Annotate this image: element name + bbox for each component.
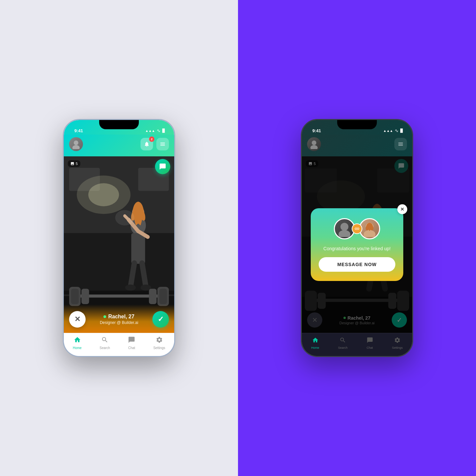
nav-home-left[interactable]: Home: [73, 336, 82, 350]
user-avatar-left[interactable]: [69, 137, 83, 151]
settings-btn-right[interactable]: [394, 138, 407, 150]
svg-point-52: [364, 230, 376, 237]
message-now-btn[interactable]: MESSAGE NOW: [319, 257, 395, 272]
search-icon-right: [339, 337, 346, 345]
time-right: 9:41: [312, 124, 321, 133]
profile-info-left: Rachel, 27 Designer @ Builder.ai: [86, 314, 152, 325]
signal-icon-left: ▲▲▲: [145, 129, 155, 133]
nav-home-right[interactable]: Home: [311, 337, 319, 349]
chat-icon-right: [367, 337, 373, 345]
nav-settings-right[interactable]: Settings: [392, 337, 403, 349]
bottom-nav-right: Home Search Chat: [302, 333, 412, 356]
photo-count-left: 5: [76, 162, 78, 166]
svg-rect-25: [81, 289, 89, 304]
congrats-text: Congratulations you're linked up!: [319, 246, 395, 251]
status-icons-left: ▲▲▲ ∿ ▉: [145, 123, 165, 133]
svg-point-0: [74, 140, 78, 145]
svg-point-1: [72, 145, 80, 149]
nav-settings-label-left: Settings: [153, 346, 165, 350]
svg-line-16: [131, 263, 135, 287]
nav-chat-label-left: Chat: [128, 346, 135, 350]
card-bottom-left: ✕ Rachel, 27 Designer @ Builder.ai ✓: [64, 304, 174, 333]
battery-icon-left: ▉: [162, 129, 165, 133]
right-panel: 9:41 ▲▲▲ ∿ ▉: [238, 0, 476, 476]
match-avatars: [319, 218, 395, 239]
header-icons-left: 2: [140, 138, 169, 150]
settings-icon-right: [394, 337, 401, 345]
wifi-icon-right: ∿: [395, 128, 399, 133]
match-modal: Congratulations you're linked up! MESSAG…: [311, 208, 403, 281]
phone-left: 9:41 ▲▲▲ ∿ ▉: [63, 119, 175, 357]
header-icons-right: [394, 138, 407, 150]
profile-job-left: Designer @ Builder.ai: [86, 320, 152, 325]
app-header-left: 2: [64, 135, 174, 156]
battery-icon-right: ▉: [400, 129, 403, 133]
svg-point-28: [312, 140, 316, 145]
nav-home-label-right: Home: [311, 346, 319, 349]
wifi-icon-left: ∿: [157, 128, 161, 133]
like-btn-left[interactable]: ✓: [152, 311, 169, 328]
nav-search-label-right: Search: [338, 346, 348, 349]
home-icon-right: [312, 337, 319, 345]
svg-point-50: [338, 230, 350, 237]
svg-point-49: [340, 223, 348, 231]
bottom-nav-left: Home Search Chat: [64, 333, 174, 356]
home-icon-left: [74, 336, 81, 345]
svg-rect-24: [159, 289, 167, 304]
match-overlay: Congratulations you're linked up! MESSAG…: [302, 156, 412, 333]
nav-chat-right[interactable]: Chat: [367, 337, 373, 349]
profile-name-left: Rachel, 27: [86, 314, 152, 320]
online-dot-left: [103, 315, 106, 318]
close-modal-btn[interactable]: ✕: [397, 204, 407, 214]
svg-point-7: [88, 183, 119, 206]
user-avatar-right[interactable]: [307, 137, 321, 151]
svg-rect-26: [149, 289, 157, 304]
nav-chat-label-right: Chat: [367, 346, 373, 349]
settings-btn-left[interactable]: [156, 138, 169, 150]
search-icon-left: [101, 336, 108, 345]
svg-line-17: [142, 263, 146, 287]
svg-rect-22: [71, 289, 79, 304]
signal-icon-right: ▲▲▲: [383, 129, 393, 133]
nav-settings-left[interactable]: Settings: [153, 336, 165, 350]
notch-right: [337, 120, 377, 129]
svg-rect-20: [77, 295, 161, 298]
svg-point-18: [125, 285, 136, 291]
nav-search-right[interactable]: Search: [338, 337, 348, 349]
nav-search-label-left: Search: [99, 346, 110, 350]
card-area-left: 5 ✕ Rachel, 27: [64, 156, 174, 333]
svg-rect-11: [131, 233, 145, 264]
phone-screen-right: 9:41 ▲▲▲ ∿ ▉: [302, 120, 412, 356]
notification-badge-left: 2: [149, 137, 154, 142]
photo-counter-left: 5: [68, 160, 80, 167]
card-area-right: 5 ✕ Rachel, 27: [302, 156, 412, 333]
svg-point-29: [310, 145, 318, 149]
phone-right: 9:41 ▲▲▲ ∿ ▉: [301, 119, 413, 357]
nav-search-left[interactable]: Search: [99, 336, 110, 350]
nav-home-label-left: Home: [73, 346, 82, 350]
left-panel: 9:41 ▲▲▲ ∿ ▉: [0, 0, 238, 476]
svg-point-27: [115, 210, 134, 225]
chat-bubble-btn-left[interactable]: [155, 159, 170, 174]
link-icon: [352, 223, 362, 234]
app-header-right: [302, 135, 412, 156]
chat-icon-left: [128, 336, 135, 345]
nav-chat-left[interactable]: Chat: [128, 336, 135, 350]
dislike-btn-left[interactable]: ✕: [69, 311, 86, 328]
notifications-btn-left[interactable]: 2: [140, 138, 153, 150]
settings-icon-left: [156, 336, 163, 345]
phone-screen-left: 9:41 ▲▲▲ ∿ ▉: [64, 120, 174, 356]
time-left: 9:41: [74, 124, 83, 133]
notch-left: [99, 120, 139, 129]
nav-settings-label-right: Settings: [392, 346, 403, 349]
